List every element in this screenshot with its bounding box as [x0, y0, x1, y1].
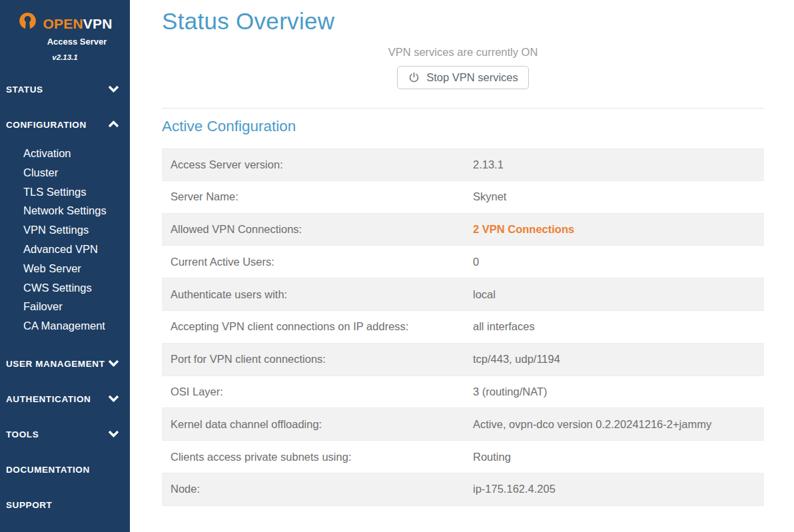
- sidebar-item-network-settings[interactable]: Network Settings: [0, 201, 130, 220]
- stop-vpn-services-button[interactable]: Stop VPN services: [397, 66, 529, 89]
- sidebar: OPENVPN Access Server v2.13.1 STATUS CON…: [0, 0, 130, 532]
- sidebar-item-label: AUTHENTICATION: [6, 394, 91, 404]
- sidebar-item-documentation[interactable]: DOCUMENTATION: [0, 452, 130, 487]
- chevron-down-icon: [108, 85, 119, 95]
- chevron-up-icon: [108, 120, 119, 130]
- openvpn-keyhole-icon: [17, 11, 38, 36]
- chevron-down-icon: [108, 394, 119, 404]
- sidebar-item-tools[interactable]: TOOLS: [0, 417, 130, 452]
- sidebar-item-label: SUPPORT: [6, 500, 52, 510]
- sidebar-item-user-management[interactable]: USER MANAGEMENT: [0, 346, 130, 382]
- sidebar-item-label: TOOLS: [6, 429, 39, 439]
- power-icon: [408, 71, 420, 84]
- sidebar-item-status[interactable]: STATUS: [0, 72, 130, 107]
- vpn-connections-link[interactable]: 2 VPN Connections: [473, 223, 574, 236]
- table-row: Authenticate users with: local: [162, 278, 764, 311]
- sidebar-item-label: DOCUMENTATION: [6, 465, 90, 475]
- stop-vpn-services-label: Stop VPN services: [426, 71, 518, 84]
- row-value: local: [473, 288, 496, 301]
- table-row: OSI Layer: 3 (routing/NAT): [162, 376, 764, 409]
- vpn-status-text: VPN services are currently ON: [162, 46, 764, 59]
- configuration-submenu: Activation Cluster TLS Settings Network …: [0, 142, 130, 346]
- row-value: ip-175.162.4.205: [473, 483, 556, 495]
- page-title: Status Overview: [162, 8, 764, 35]
- sidebar-item-failover[interactable]: Failover: [0, 297, 130, 316]
- section-divider: [162, 108, 764, 109]
- row-label: Access Server version:: [162, 158, 473, 171]
- sidebar-item-tls-settings[interactable]: TLS Settings: [0, 182, 130, 202]
- sidebar-item-support[interactable]: SUPPORT: [0, 487, 130, 523]
- table-row: Accepting VPN client connections on IP a…: [162, 311, 764, 344]
- version-label: v2.13.1: [0, 53, 130, 61]
- table-row: Node: ip-175.162.4.205: [162, 473, 764, 506]
- sidebar-item-label: USER MANAGEMENT: [6, 359, 105, 369]
- row-label: Clients access private subnets using:: [162, 451, 473, 463]
- table-row: Server Name: Skynet: [162, 181, 764, 214]
- table-row: Current Active Users: 0: [162, 246, 764, 278]
- row-label: OSI Layer:: [162, 386, 473, 398]
- active-configuration-table: Access Server version: 2.13.1 Server Nam…: [162, 148, 764, 506]
- row-value: 0: [473, 256, 479, 268]
- chevron-down-icon: [108, 359, 119, 369]
- sidebar-item-ca-management[interactable]: CA Management: [0, 316, 130, 336]
- row-value: Skynet: [473, 190, 506, 203]
- active-configuration-heading: Active Configuration: [162, 118, 764, 135]
- row-label: Accepting VPN client connections on IP a…: [162, 320, 473, 333]
- sidebar-item-label: CONFIGURATION: [6, 120, 87, 130]
- sidebar-item-configuration[interactable]: CONFIGURATION: [0, 107, 130, 142]
- row-label: Kernel data channel offloading:: [162, 418, 473, 431]
- brand-name: OPENVPN: [43, 16, 112, 32]
- table-row: Allowed VPN Connections: 2 VPN Connectio…: [162, 214, 764, 246]
- table-row: Kernel data channel offloading: Active, …: [162, 408, 764, 441]
- row-value: tcp/443, udp/1194: [473, 353, 560, 366]
- row-label: Allowed VPN Connections:: [162, 223, 473, 236]
- table-row: Clients access private subnets using: Ro…: [162, 441, 764, 473]
- row-label: Authenticate users with:: [162, 288, 473, 301]
- row-label: Current Active Users:: [162, 256, 473, 268]
- row-value: all interfaces: [473, 320, 535, 333]
- openvpn-logo: OPENVPN Access Server v2.13.1: [0, 0, 130, 72]
- main-content: Status Overview VPN services are current…: [130, 0, 794, 532]
- sidebar-item-web-server[interactable]: Web Server: [0, 259, 130, 278]
- sidebar-item-label: STATUS: [6, 85, 43, 95]
- sidebar-item-advanced-vpn[interactable]: Advanced VPN: [0, 240, 130, 259]
- sidebar-item-authentication[interactable]: AUTHENTICATION: [0, 382, 130, 417]
- table-row: Access Server version: 2.13.1: [162, 148, 764, 181]
- row-value: 3 (routing/NAT): [473, 386, 548, 398]
- sidebar-item-activation[interactable]: Activation: [0, 144, 130, 163]
- brand-subtitle: Access Server: [0, 37, 130, 47]
- sidebar-item-cws-settings[interactable]: CWS Settings: [0, 278, 130, 298]
- row-label: Port for VPN client connections:: [162, 353, 473, 366]
- table-row: Port for VPN client connections: tcp/443…: [162, 344, 764, 376]
- sidebar-item-cluster[interactable]: Cluster: [0, 163, 130, 182]
- row-label: Server Name:: [162, 190, 473, 203]
- row-value: Active, ovpn-dco version 0.2.20241216-2+…: [473, 418, 711, 431]
- row-value: Routing: [473, 451, 511, 463]
- row-value: 2.13.1: [473, 158, 504, 171]
- chevron-down-icon: [108, 429, 119, 439]
- row-label: Node:: [162, 483, 473, 495]
- sidebar-item-vpn-settings[interactable]: VPN Settings: [0, 220, 130, 240]
